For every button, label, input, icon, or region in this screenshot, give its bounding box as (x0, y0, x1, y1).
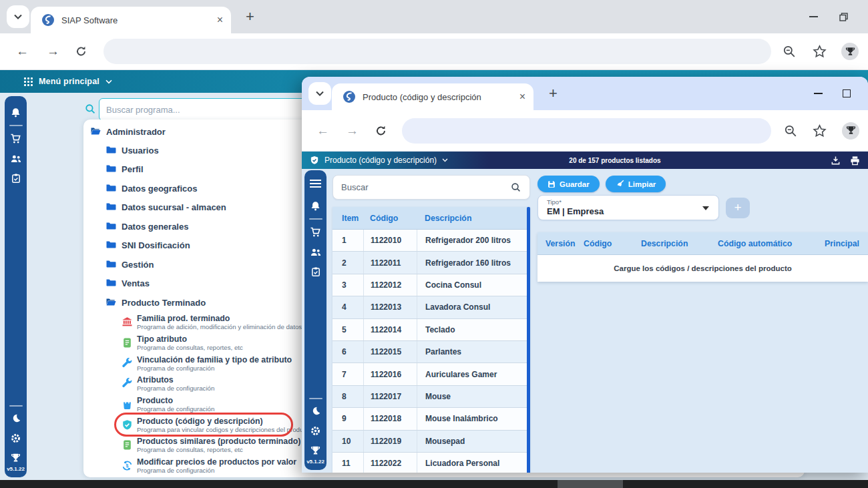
table-row[interactable]: 9 1122018 Mouse Inalámbrico (333, 408, 530, 430)
column-header-version[interactable]: Versión (537, 239, 580, 248)
folder-icon (105, 258, 116, 271)
download-icon[interactable] (831, 156, 841, 166)
tree-folder-label: Datos geograficos (122, 184, 197, 194)
cell-item: 5 (333, 325, 363, 334)
svg-text:$: $ (126, 463, 129, 469)
document-icon (122, 439, 133, 451)
tab-close-icon[interactable]: × (217, 15, 223, 25)
new-tab-button[interactable]: + (549, 86, 558, 101)
cart-icon[interactable] (310, 226, 321, 238)
program-title: Producto (código y descripción) (137, 417, 312, 426)
profile-avatar[interactable] (841, 43, 859, 60)
tab-close-icon[interactable]: × (519, 91, 525, 102)
app-header-bar: Producto (código y descripción) 20 de 15… (302, 152, 868, 169)
products-table-header: Item Código Descripción (333, 207, 530, 230)
dark-mode-moon-icon[interactable] (310, 406, 321, 417)
program-description: Programa de configuración (137, 405, 214, 413)
notifications-bell-icon[interactable] (10, 107, 21, 118)
table-row[interactable]: 8 1122017 Mouse (333, 386, 530, 408)
reload-button[interactable] (375, 125, 387, 136)
program-title: Tipo atributo (137, 334, 243, 344)
products-table: Item Código Descripción 1 1122010 Refrig… (333, 207, 530, 473)
version-label: v5.1.22 (7, 466, 25, 472)
users-icon[interactable] (10, 153, 22, 164)
products-pane: Item Código Descripción 1 1122010 Refrig… (333, 169, 530, 473)
minimize-button[interactable] (814, 93, 823, 94)
cart-icon[interactable] (10, 133, 21, 144)
new-tab-button[interactable]: + (246, 9, 254, 24)
table-row[interactable]: 11 1122022 Licuadora Personal (333, 453, 530, 473)
table-row[interactable]: 7 1122016 Auriculares Gamer (333, 363, 530, 385)
cell-item: 10 (333, 437, 363, 446)
address-bar[interactable] (402, 118, 771, 144)
restore-button[interactable] (839, 13, 848, 21)
program-title: Producto (137, 396, 214, 405)
reload-button[interactable] (75, 46, 87, 57)
tree-folder-label: SNI Dosificación (122, 240, 190, 250)
codes-table-empty-message: Cargue los códigos / descripciones del p… (537, 255, 868, 282)
clear-button[interactable]: Limpiar (606, 176, 666, 192)
trophy-icon[interactable] (10, 453, 21, 464)
back-button[interactable]: ← (316, 124, 329, 138)
folder-icon (105, 163, 116, 176)
settings-gear-icon[interactable] (10, 433, 21, 444)
product-search-box[interactable] (333, 175, 530, 200)
trophy-icon[interactable] (310, 445, 321, 457)
tab-title: Producto (código y descripción (363, 92, 513, 102)
tab-search-button[interactable] (7, 5, 29, 28)
divider (9, 125, 23, 126)
print-icon[interactable] (850, 156, 860, 166)
product-search-input[interactable] (341, 182, 488, 192)
profile-avatar[interactable] (842, 122, 859, 140)
maximize-button[interactable] (843, 89, 851, 97)
table-scrollbar[interactable] (527, 207, 530, 473)
divider (309, 398, 322, 399)
cell-codigo: 1122011 (363, 252, 417, 273)
column-header-codigo[interactable]: Código (580, 239, 633, 248)
back-button[interactable]: ← (16, 44, 29, 59)
users-icon[interactable] (310, 246, 322, 258)
table-row[interactable]: 10 1122019 Mousepad (333, 431, 530, 453)
table-row[interactable]: 4 1122013 Lavadora Consul (333, 296, 530, 318)
forward-button[interactable]: → (47, 44, 59, 59)
bookmark-star-icon[interactable] (813, 124, 827, 138)
tab-title: SIAP Software (61, 15, 210, 25)
divider (309, 218, 322, 220)
bg-browser-tab[interactable]: SIAP Software × (31, 7, 231, 33)
minimize-button[interactable] (809, 16, 818, 17)
folder-open-icon (105, 296, 116, 309)
codes-table: Versión Código Descripción Código automá… (537, 232, 868, 282)
column-header-codigo[interactable]: Código (363, 214, 417, 223)
column-header-item[interactable]: Item (333, 214, 363, 223)
tree-folder-label: Gestión (122, 260, 154, 270)
tree-folder-label: Datos sucursal - almacen (122, 202, 226, 212)
hamburger-menu-icon[interactable] (310, 180, 321, 188)
dark-mode-moon-icon[interactable] (11, 413, 21, 424)
tab-search-button[interactable] (308, 82, 331, 105)
cell-codigo: 1122016 (363, 363, 417, 385)
settings-gear-icon[interactable] (310, 425, 321, 437)
table-row[interactable]: 2 1122011 Refrigerador 160 litros (333, 252, 530, 274)
notifications-bell-icon[interactable] (310, 200, 321, 212)
column-header-codigo-automatico[interactable]: Código automático (710, 239, 818, 248)
clipboard-icon[interactable] (11, 173, 21, 184)
bookmark-star-icon[interactable] (813, 45, 827, 59)
fg-browser-tab[interactable]: Producto (código y descripción × (332, 83, 533, 110)
clipboard-icon[interactable] (310, 266, 321, 278)
save-button[interactable]: Guardar (537, 176, 600, 192)
broom-icon (616, 180, 624, 188)
table-row[interactable]: 5 1122014 Teclado (333, 319, 530, 341)
column-header-descripcion[interactable]: Descripción (417, 214, 530, 223)
table-row[interactable]: 3 1122012 Cocina Consul (333, 274, 530, 296)
forward-button[interactable]: → (346, 124, 359, 138)
add-button[interactable]: + (726, 198, 750, 218)
taskbar[interactable] (0, 480, 868, 488)
table-row[interactable]: 1 1122010 Refrigerador 200 litros (333, 230, 530, 252)
column-header-descripcion[interactable]: Descripción (633, 239, 710, 248)
type-select[interactable]: Tipo* EM | Empresa (537, 195, 719, 220)
zoom-out-icon[interactable] (783, 45, 796, 58)
column-header-principal[interactable]: Principal (818, 239, 868, 248)
zoom-out-icon[interactable] (784, 124, 797, 138)
address-bar[interactable] (103, 39, 771, 64)
table-row[interactable]: 6 1122015 Parlantes (333, 341, 530, 363)
